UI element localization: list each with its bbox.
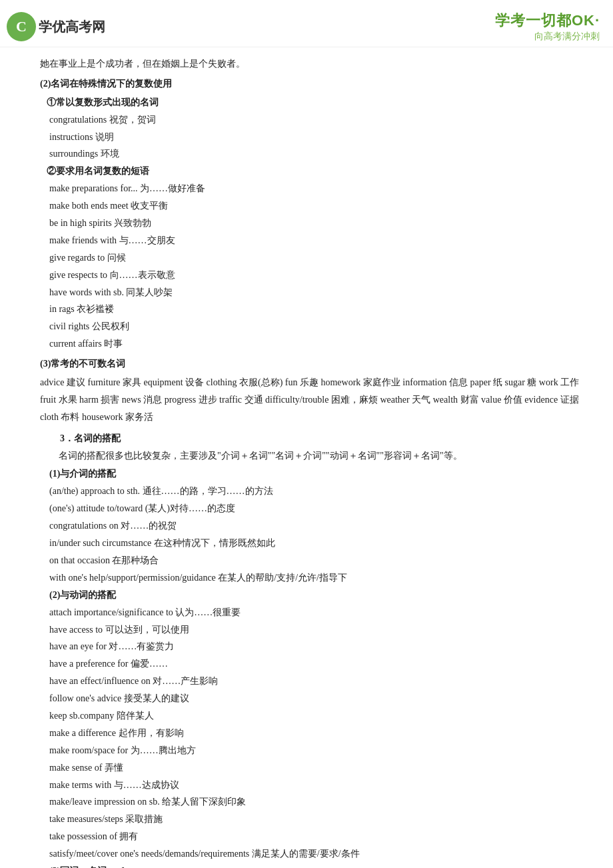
item-instructions: instructions 说明 [49, 129, 593, 146]
header: C 学优高考网 学考一切都OK· 向高考满分冲刺 [0, 7, 613, 47]
item-current-affairs: current affairs 时事 [49, 335, 593, 353]
item-circumstance: in/under such circumstance 在这种情况下，情形既然如此 [49, 535, 593, 552]
item-follow-advice: follow one's advice 接受某人的建议 [49, 690, 593, 707]
item-make-impression: make/leave impression on sb. 给某人留下深刻印象 [49, 793, 593, 811]
slogan-main: 学考一切都OK· [495, 11, 600, 31]
intro-line: 她在事业上是个成功者，但在婚姻上是个失败者。 [40, 55, 593, 73]
slogan-area: 学考一切都OK· 向高考满分冲刺 [495, 11, 600, 43]
section2-title: (2)名词在特殊情况下的复数使用 [40, 75, 593, 93]
item-approach: (an/the) approach to sth. 通往……的路，学习……的方法 [49, 483, 593, 500]
part1-title: (1)与介词的搭配 [49, 465, 593, 483]
item-preference: have a preference for 偏爱…… [49, 655, 593, 673]
sub2-title: ②要求用名词复数的短语 [47, 163, 593, 180]
page-container: C 学优高考网 学考一切都OK· 向高考满分冲刺 她在事业上是个成功者，但在婚姻… [0, 0, 613, 868]
item-with-help: with one's help/support/permission/guida… [49, 569, 593, 587]
item-friends-with: make friends with 与……交朋友 [49, 232, 593, 249]
slogan-sub: 向高考满分冲刺 [495, 31, 600, 43]
item-keep-company: keep sb.company 陪伴某人 [49, 707, 593, 725]
section3-title: 3．名词的搭配 [60, 430, 593, 447]
item-regards: give regards to 问候 [49, 249, 593, 267]
uncountable-nouns-list: advice 建议 furniture 家具 equipment 设备 clot… [40, 374, 593, 426]
item-take-possession: take possession of 拥有 [49, 828, 593, 845]
section3-intro: 名词的搭配很多也比较复杂，主要涉及"介词＋名词""名词＋介词""动词＋名词""形… [40, 447, 593, 465]
item-make-terms: make terms with 与……达成协议 [49, 777, 593, 794]
item-make-room: make room/space for 为……腾出地方 [49, 742, 593, 759]
item-congratulations: congratulations 祝贺，贺词 [49, 111, 593, 129]
item-attach-importance: attach importance/significance to 认为……很重… [49, 604, 593, 621]
logo-icon: C [7, 12, 36, 41]
item-in-rags: in rags 衣衫褴褛 [49, 301, 593, 318]
item-surroundings: surroundings 环境 [49, 145, 593, 163]
item-access: have access to 可以达到，可以使用 [49, 621, 593, 639]
item-respects: give respects to 向……表示敬意 [49, 267, 593, 284]
item-take-measures: take measures/steps 采取措施 [49, 811, 593, 828]
item-both-ends: make both ends meet 收支平衡 [49, 197, 593, 215]
item-words-with: have words with sb. 同某人吵架 [49, 284, 593, 301]
item-eye-for: have an eye for 对……有鉴赏力 [49, 638, 593, 655]
part3-title: (3)冠词＋名词＋of [49, 863, 593, 868]
logo-text: 学优高考网 [39, 18, 105, 36]
item-civil-rights: civil rights 公民权利 [49, 318, 593, 335]
item-preparations: make preparations for... 为……做好准备 [49, 180, 593, 197]
content-area: 她在事业上是个成功者，但在婚姻上是个失败者。 (2)名词在特殊情况下的复数使用 … [0, 53, 613, 868]
item-satisfy: satisfy/meet/cover one's needs/demands/r… [49, 845, 593, 863]
logo-area: C 学优高考网 [7, 12, 105, 41]
item-occasion: on that occasion 在那种场合 [49, 552, 593, 569]
item-high-spirits: be in high spirits 兴致勃勃 [49, 215, 593, 232]
sub3-title: (3)常考的不可数名词 [40, 355, 593, 373]
item-make-sense: make sense of 弄懂 [49, 759, 593, 777]
part2-title: (2)与动词的搭配 [49, 587, 593, 604]
item-congratulations-on: congratulations on 对……的祝贺 [49, 517, 593, 535]
sub1-title: ①常以复数形式出现的名词 [47, 94, 593, 111]
item-make-difference: make a difference 起作用，有影响 [49, 725, 593, 742]
item-attitude: (one's) attitude to/toward (某人)对待……的态度 [49, 500, 593, 517]
item-effect-on: have an effect/influence on 对……产生影响 [49, 673, 593, 690]
